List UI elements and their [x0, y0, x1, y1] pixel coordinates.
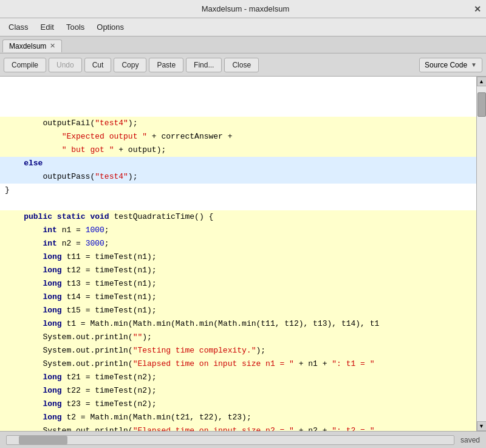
menu-bar: Class Edit Tools Options	[0, 18, 486, 36]
title-bar: Maxdelsum - maxdelsum ✕	[0, 0, 486, 18]
menu-edit[interactable]: Edit	[35, 20, 60, 34]
code-line: int n2 = 3000;	[0, 237, 476, 250]
status-bar: saved	[0, 431, 486, 448]
code-editor: outputFail("test4"); "Expected output " …	[0, 77, 486, 431]
code-line: System.out.println("");	[0, 331, 476, 344]
code-line: public static void testQuadraticTime() {	[0, 210, 476, 224]
code-line: long t11 = timeTest(n1);	[0, 250, 476, 264]
code-line: long t13 = timeTest(n1);	[0, 277, 476, 291]
menu-options[interactable]: Options	[91, 20, 130, 34]
scroll-down-button[interactable]: ▼	[477, 421, 487, 431]
dropdown-arrow-icon: ▼	[471, 61, 477, 68]
code-line: System.out.println("Elapsed time on inpu…	[0, 357, 476, 371]
code-line: long t14 = timeTest(n1);	[0, 291, 476, 304]
code-content: outputFail("test4"); "Expected output " …	[0, 77, 476, 431]
source-code-dropdown[interactable]: Source Code ▼	[419, 58, 482, 72]
scroll-thumb[interactable]	[477, 92, 486, 117]
code-line: outputFail("test4");	[0, 117, 476, 130]
close-button[interactable]: Close	[224, 58, 259, 72]
compile-button[interactable]: Compile	[4, 58, 46, 72]
tab-close-icon[interactable]: ✕	[50, 42, 55, 50]
horizontal-scrollbar[interactable]	[6, 435, 454, 445]
code-line: int n1 = 1000;	[0, 224, 476, 237]
undo-button[interactable]: Undo	[49, 58, 82, 72]
code-line: long t12 = timeTest(n1);	[0, 264, 476, 277]
code-line: " but got " + output);	[0, 143, 476, 157]
code-line: long t21 = timeTest(n2);	[0, 371, 476, 384]
saved-status: saved	[460, 436, 480, 444]
code-line: long t22 = timeTest(n2);	[0, 384, 476, 398]
window-title: Maxdelsum - maxdelsum	[17, 4, 474, 13]
code-line: System.out.println("Testing time complex…	[0, 344, 476, 357]
code-line	[0, 197, 476, 210]
toolbar: Compile Undo Cut Copy Paste Find... Clos…	[0, 53, 486, 77]
tab-label: Maxdelsum	[9, 42, 46, 50]
vertical-scrollbar[interactable]: ▲ ▼	[476, 77, 486, 431]
paste-button[interactable]: Paste	[149, 58, 183, 72]
code-line: long t2 = Math.min(Math.min(t21, t22), t…	[0, 411, 476, 424]
scroll-track[interactable]	[477, 86, 486, 421]
code-line: outputPass("test4");	[0, 170, 476, 184]
close-window-button[interactable]: ✕	[474, 4, 481, 14]
copy-button[interactable]: Copy	[114, 58, 146, 72]
scroll-up-button[interactable]: ▲	[477, 77, 487, 86]
code-line: else	[0, 157, 476, 170]
code-line: System.out.println("Elapsed time on inpu…	[0, 424, 476, 431]
code-line: long t23 = timeTest(n2);	[0, 398, 476, 411]
code-line: long t1 = Math.min(Math.min(Math.min(Mat…	[0, 317, 476, 331]
hscroll-thumb[interactable]	[19, 436, 67, 444]
find-button[interactable]: Find...	[186, 58, 222, 72]
menu-tools[interactable]: Tools	[60, 20, 91, 34]
cut-button[interactable]: Cut	[84, 58, 112, 72]
tab-maxdelsum[interactable]: Maxdelsum ✕	[2, 40, 62, 52]
code-scroll-area[interactable]: outputFail("test4"); "Expected output " …	[0, 77, 476, 431]
code-line: long t15 = timeTest(n1);	[0, 304, 476, 317]
menu-class[interactable]: Class	[2, 20, 35, 34]
tab-bar: Maxdelsum ✕	[0, 36, 486, 53]
source-code-label: Source Code	[425, 61, 467, 69]
code-line: "Expected output " + correctAnswer +	[0, 130, 476, 143]
code-line: }	[0, 184, 476, 197]
